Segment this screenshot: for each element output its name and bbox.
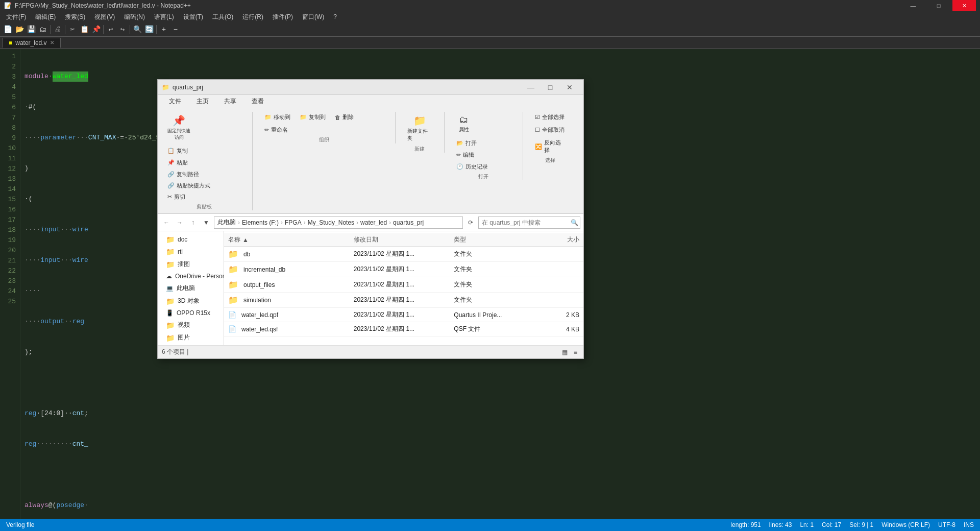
fe-invert-selection-button[interactable]: 🔀 反向选择 bbox=[531, 137, 569, 156]
col-date[interactable]: 修改日期 bbox=[354, 235, 454, 244]
cut-button[interactable]: ✂ bbox=[67, 24, 78, 35]
fe-select-all-button[interactable]: ☑ 全部选择 bbox=[531, 112, 569, 123]
fe-cut-button[interactable]: ✂ 剪切 bbox=[164, 191, 214, 202]
undo-button[interactable]: ↩ bbox=[105, 24, 116, 35]
fe-new-folder-button[interactable]: 📁 新建文件夹 bbox=[404, 112, 435, 144]
fe-tab-view[interactable]: 查看 bbox=[244, 95, 271, 109]
new-file-button[interactable]: 📄 bbox=[2, 24, 13, 35]
col-size[interactable]: 大小 bbox=[529, 235, 579, 244]
paste-icon: 📌 bbox=[167, 159, 175, 166]
fe-history-button[interactable]: 🕐 历史记录 bbox=[453, 161, 492, 172]
sidebar-item-charts[interactable]: 📁 插图 bbox=[158, 258, 224, 271]
file-row-incremental-db[interactable]: 📁 incremental_db 2023/11/02 星期四 1... 文件夹 bbox=[224, 262, 583, 277]
file-row-water-led-qpf[interactable]: 📄 water_led.qpf 2023/11/02 星期四 1... Quar… bbox=[224, 308, 583, 322]
sidebar-item-onedrive[interactable]: ☁ OneDrive - Persona... bbox=[158, 271, 224, 282]
fe-forward-button[interactable]: → bbox=[174, 217, 185, 228]
col-name[interactable]: 名称 ▲ bbox=[228, 235, 354, 244]
copy-button[interactable]: 📋 bbox=[79, 24, 90, 35]
breadcrumb-part-2[interactable]: FPGA bbox=[285, 219, 302, 226]
sidebar-item-oppo[interactable]: 📱 OPPO R15x bbox=[158, 307, 224, 319]
breadcrumb-part-1[interactable]: Elements (F:) bbox=[242, 219, 279, 226]
breadcrumb-part-0[interactable]: 此电脑 bbox=[217, 218, 236, 227]
redo-button[interactable]: ↪ bbox=[117, 24, 128, 35]
fe-up-button[interactable]: ↑ bbox=[187, 217, 199, 228]
breadcrumb-part-5[interactable]: quartus_prj bbox=[393, 219, 424, 226]
zoom-in-button[interactable]: + bbox=[158, 24, 169, 35]
menu-window[interactable]: 窗口(W) bbox=[298, 12, 328, 22]
fe-back-button[interactable]: ← bbox=[161, 217, 172, 228]
menu-settings[interactable]: 设置(T) bbox=[179, 12, 207, 22]
line-num-23: 23 bbox=[0, 276, 20, 286]
fe-paste-shortcut-button[interactable]: 🔗 粘贴快捷方式 bbox=[164, 180, 214, 191]
fe-maximize-button[interactable]: □ bbox=[541, 80, 560, 95]
find-button[interactable]: 🔍 bbox=[132, 24, 143, 35]
sidebar-item-video[interactable]: 📁 视频 bbox=[158, 319, 224, 331]
fe-move-to-button[interactable]: 📁 移动到 bbox=[261, 112, 294, 123]
col-type[interactable]: 类型 bbox=[454, 235, 529, 244]
fe-properties-button[interactable]: 🗂 属性 bbox=[453, 112, 475, 136]
fe-search-input[interactable] bbox=[478, 216, 580, 229]
open-file-button[interactable]: 📂 bbox=[14, 24, 25, 35]
file-row-output-files[interactable]: 📁 output_files 2023/11/02 星期四 1... 文件夹 bbox=[224, 277, 583, 293]
fe-refresh-button[interactable]: ⟳ bbox=[465, 217, 476, 228]
fe-close-button[interactable]: ✕ bbox=[560, 80, 579, 95]
file-row-db[interactable]: 📁 db 2023/11/02 星期四 1... 文件夹 bbox=[224, 247, 583, 262]
breadcrumb-part-3[interactable]: My_Study_Notes bbox=[308, 219, 354, 226]
menu-plugins[interactable]: 插件(P) bbox=[268, 12, 297, 22]
toolbar-sep-1 bbox=[50, 25, 51, 34]
print-button[interactable]: 🖨 bbox=[52, 24, 63, 35]
fe-tab-home[interactable]: 主页 bbox=[189, 95, 216, 109]
fe-tab-share[interactable]: 共享 bbox=[217, 95, 243, 109]
fe-view-list-button[interactable]: ≡ bbox=[572, 348, 579, 357]
sidebar-item-pictures[interactable]: 📁 图片 bbox=[158, 331, 224, 344]
status-lines: lines: 43 bbox=[769, 521, 792, 528]
fe-rename-button[interactable]: ✏ 重命名 bbox=[261, 125, 291, 135]
file-row-simulation[interactable]: 📁 simulation 2023/11/02 星期四 1... 文件夹 bbox=[224, 293, 583, 308]
sidebar-label-rtl: rtl bbox=[178, 248, 183, 255]
fe-copy-button[interactable]: 📋 复制 bbox=[164, 146, 214, 156]
minimize-button[interactable]: — bbox=[901, 0, 925, 11]
menu-view[interactable]: 视图(V) bbox=[90, 12, 119, 22]
editor-tab-water-led[interactable]: ■ water_led.v ✕ bbox=[2, 38, 61, 48]
fe-breadcrumb[interactable]: 此电脑 › Elements (F:) › FPGA › My_Study_No… bbox=[214, 216, 463, 229]
fe-file-list[interactable]: 名称 ▲ 修改日期 类型 大小 📁 db 2023/11 bbox=[224, 231, 583, 345]
fe-tabs: 文件 主页 共享 查看 bbox=[158, 95, 583, 109]
close-button[interactable]: ✕ bbox=[952, 0, 976, 11]
menu-file[interactable]: 文件(F) bbox=[2, 12, 30, 22]
sidebar-item-doc[interactable]: 📁 doc bbox=[158, 233, 224, 246]
fe-edit-button[interactable]: ✏ 编辑 bbox=[453, 150, 492, 160]
sidebar-item-pc[interactable]: 💻 此电脑 bbox=[158, 282, 224, 295]
menu-language[interactable]: 语言(L) bbox=[150, 12, 178, 22]
maximize-button[interactable]: □ bbox=[927, 0, 950, 11]
fe-clipboard-col: 📋 复制 📌 粘贴 🔗 复制路径 bbox=[164, 146, 214, 202]
replace-button[interactable]: 🔄 bbox=[143, 24, 155, 35]
menu-search[interactable]: 搜索(S) bbox=[61, 12, 89, 22]
breadcrumb-part-4[interactable]: water_led bbox=[360, 219, 387, 226]
fe-pin-button[interactable]: 📌 固定到快速访问 bbox=[164, 112, 194, 143]
fe-copy-path-button[interactable]: 🔗 复制路径 bbox=[164, 169, 214, 180]
fe-tab-file[interactable]: 文件 bbox=[162, 95, 188, 109]
fe-select-none-button[interactable]: ☐ 全部取消 bbox=[531, 125, 569, 135]
fe-recent-button[interactable]: ▼ bbox=[201, 217, 212, 228]
save-all-button[interactable]: 🗂 bbox=[37, 24, 48, 35]
fe-copy-to-button[interactable]: 📁 复制到 bbox=[296, 112, 329, 123]
fe-view-grid-button[interactable]: ▦ bbox=[560, 348, 570, 357]
menu-help[interactable]: ? bbox=[329, 12, 341, 21]
menu-tools[interactable]: 工具(O) bbox=[208, 12, 237, 22]
fe-window-title: quartus_prj bbox=[173, 84, 203, 91]
sidebar-item-3d[interactable]: 📁 3D 对象 bbox=[158, 295, 224, 307]
tab-close-icon[interactable]: ✕ bbox=[50, 40, 54, 45]
sidebar-item-rtl[interactable]: 📁 rtl bbox=[158, 246, 224, 258]
file-row-water-led-qsf[interactable]: 📄 water_led.qsf 2023/11/02 星期四 1... QSF … bbox=[224, 322, 583, 336]
menu-run[interactable]: 运行(R) bbox=[238, 12, 267, 22]
zoom-out-button[interactable]: − bbox=[170, 24, 181, 35]
menu-edit[interactable]: 编辑(E) bbox=[31, 12, 60, 22]
fe-minimize-button[interactable]: — bbox=[521, 80, 541, 95]
save-button[interactable]: 💾 bbox=[26, 24, 37, 35]
fe-delete-button[interactable]: 🗑 删除 bbox=[331, 112, 357, 123]
copy-to-icon: 📁 bbox=[300, 114, 307, 120]
fe-open-button[interactable]: 📂 打开 bbox=[453, 138, 492, 149]
fe-paste-button[interactable]: 📌 粘贴 bbox=[164, 157, 214, 168]
paste-button[interactable]: 📌 bbox=[90, 24, 102, 35]
menu-encoding[interactable]: 编码(N) bbox=[120, 12, 149, 22]
